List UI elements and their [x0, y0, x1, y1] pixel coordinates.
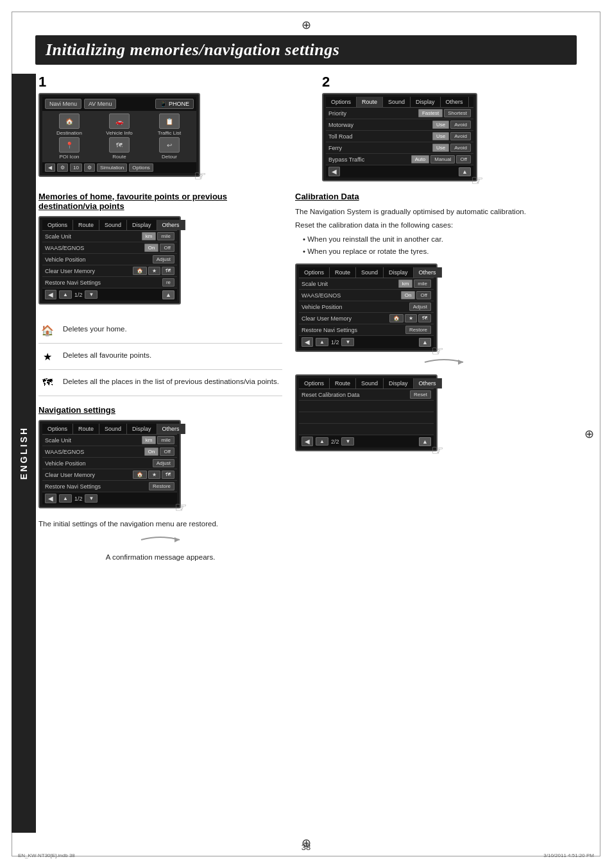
- mem-adjust-btn[interactable]: Adjust: [153, 255, 174, 263]
- cal2-back-btn[interactable]: ◀: [302, 437, 313, 446]
- step2-back-btn[interactable]: ◀: [328, 167, 340, 176]
- ferry-use-btn[interactable]: Use: [432, 144, 449, 152]
- cal1-tab-sound[interactable]: Sound: [356, 267, 384, 278]
- mem-prev-btn[interactable]: 🗺: [162, 267, 174, 275]
- ns-on-btn[interactable]: On: [144, 447, 159, 456]
- settings-btn[interactable]: ⚙: [57, 163, 68, 172]
- mem-on-btn[interactable]: On: [144, 244, 159, 252]
- phone-btn[interactable]: 📱 PHONE: [155, 99, 194, 109]
- cal1-up-btn[interactable]: ▲: [316, 338, 328, 346]
- mem-map-btn[interactable]: ▲: [162, 290, 174, 299]
- cal2-down-btn[interactable]: ▼: [341, 437, 354, 446]
- cal1-back-btn[interactable]: ◀: [302, 337, 313, 347]
- cal1-adjust-btn[interactable]: Adjust: [409, 303, 431, 311]
- ns-restore-btn[interactable]: Restore: [149, 482, 174, 490]
- tab-display[interactable]: Display: [411, 97, 441, 107]
- tab-others[interactable]: Others: [441, 97, 469, 107]
- tab-route[interactable]: Route: [357, 97, 383, 107]
- cal1-km-btn[interactable]: km: [398, 280, 413, 288]
- mem-down-btn[interactable]: ▼: [85, 290, 98, 299]
- nav-settings-footer-area: The initial settings of the navigation m…: [38, 519, 282, 563]
- ns-tab-sound[interactable]: Sound: [99, 424, 127, 434]
- tab-sound[interactable]: Sound: [383, 97, 411, 107]
- ns-km-btn[interactable]: km: [142, 436, 157, 444]
- fastest-btn[interactable]: Fastest: [418, 109, 443, 117]
- ferry-avoid-btn[interactable]: Avoid: [450, 144, 471, 152]
- bypass-manual-btn[interactable]: Manual: [430, 155, 455, 163]
- back-btn[interactable]: ◀: [45, 163, 55, 172]
- ns-tab-options[interactable]: Options: [42, 424, 73, 434]
- step2-map-btn[interactable]: ▲: [459, 167, 471, 176]
- cal1-restore-btn[interactable]: Restore: [405, 326, 431, 334]
- destination-item[interactable]: 🏠 Destination: [45, 113, 94, 136]
- bypass-auto-btn[interactable]: Auto: [411, 155, 429, 163]
- mem-tab-options[interactable]: Options: [42, 220, 73, 230]
- ns-tab-display[interactable]: Display: [127, 424, 157, 434]
- traffic-list-item[interactable]: 📋 Traffic List: [145, 113, 194, 136]
- route-item[interactable]: 🗺 Route: [95, 137, 144, 160]
- ns-off-btn[interactable]: Off: [160, 447, 174, 456]
- cal1-tab-others[interactable]: Others: [414, 267, 442, 278]
- ns-tab-others[interactable]: Others: [157, 424, 185, 434]
- mem-tab-sound[interactable]: Sound: [99, 220, 127, 230]
- nav-btn2[interactable]: ⚙: [84, 163, 95, 172]
- motorway-use-btn[interactable]: Use: [432, 121, 449, 129]
- cal1-map-btn[interactable]: ▲: [419, 338, 431, 347]
- cal2-tab-route[interactable]: Route: [330, 378, 356, 388]
- mem-restore-btn[interactable]: re: [162, 278, 174, 287]
- ns-star-btn[interactable]: ★: [148, 471, 160, 479]
- vehicle-info-item[interactable]: 🚗 Vehicle Info: [95, 113, 144, 136]
- poi-icon-item[interactable]: 📍 POI Icon: [45, 137, 94, 160]
- ns-tab-route[interactable]: Route: [73, 424, 99, 434]
- mem-mile-btn[interactable]: mile: [157, 232, 174, 240]
- mem-star-btn[interactable]: ★: [148, 267, 160, 275]
- mem-km-btn[interactable]: km: [142, 232, 157, 240]
- cal1-prev-btn[interactable]: 🗺: [418, 314, 431, 322]
- navi-menu-btn[interactable]: Navi Menu: [45, 99, 81, 109]
- tab-options[interactable]: Options: [326, 97, 357, 107]
- shortest-btn[interactable]: Shortest: [444, 109, 471, 117]
- cal1-mile-btn[interactable]: mile: [414, 280, 431, 288]
- mem-back-btn[interactable]: ◀: [45, 290, 56, 299]
- icon-row-prev: 🗺 Deletes all the places in the list of …: [38, 370, 282, 396]
- cal1-down-btn[interactable]: ▼: [341, 338, 354, 346]
- simulation-btn[interactable]: Simulation: [97, 163, 127, 172]
- toll-use-btn[interactable]: Use: [432, 132, 449, 140]
- cal1-home-btn[interactable]: 🏠: [389, 314, 404, 322]
- cal1-on-btn[interactable]: On: [401, 291, 416, 299]
- ns-down-btn[interactable]: ▼: [85, 494, 98, 503]
- ns-up-btn[interactable]: ▲: [59, 494, 72, 503]
- cal1-star-btn[interactable]: ★: [405, 314, 417, 322]
- ns-prev-btn[interactable]: 🗺: [162, 471, 174, 479]
- cal2-up-btn[interactable]: ▲: [316, 437, 328, 446]
- av-menu-btn[interactable]: AV Menu: [84, 99, 116, 109]
- toll-avoid-btn[interactable]: Avoid: [450, 132, 471, 140]
- motorway-avoid-btn[interactable]: Avoid: [450, 121, 471, 129]
- cal2-tab-options[interactable]: Options: [299, 378, 330, 388]
- mem-off-btn[interactable]: Off: [160, 244, 174, 252]
- bypass-off-btn[interactable]: Off: [456, 155, 471, 163]
- ns-home-btn[interactable]: 🏠: [133, 471, 147, 479]
- mem-tab-others[interactable]: Others: [157, 220, 185, 230]
- ns-waas-label: WAAS/EGNOS: [45, 449, 144, 455]
- detour-item[interactable]: ↩ Detour: [145, 137, 194, 160]
- mem-home-btn[interactable]: 🏠: [133, 267, 147, 275]
- cal1-tab-options[interactable]: Options: [299, 267, 330, 278]
- options-btn[interactable]: Options: [129, 163, 153, 172]
- num-btn[interactable]: 10: [70, 163, 82, 172]
- mem-tab-display[interactable]: Display: [127, 220, 157, 230]
- cal1-tab-route[interactable]: Route: [330, 267, 356, 278]
- cal2-tab-others[interactable]: Others: [414, 378, 442, 388]
- ns-mile-btn[interactable]: mile: [157, 436, 174, 444]
- mem-up-btn[interactable]: ▲: [59, 290, 72, 299]
- mem-tab-route[interactable]: Route: [73, 220, 99, 230]
- cal2-reset-btn[interactable]: Reset: [410, 390, 431, 399]
- cal2-tab-sound[interactable]: Sound: [356, 378, 384, 388]
- cal1-off-btn[interactable]: Off: [416, 291, 431, 299]
- cal1-tab-display[interactable]: Display: [384, 267, 414, 278]
- ns-adjust-btn[interactable]: Adjust: [153, 459, 174, 467]
- cal2-tab-display[interactable]: Display: [384, 378, 414, 388]
- toll-road-label: Toll Road: [328, 133, 432, 140]
- cal2-map-btn[interactable]: ▲: [419, 437, 431, 446]
- ns-back-btn[interactable]: ◀: [45, 494, 56, 503]
